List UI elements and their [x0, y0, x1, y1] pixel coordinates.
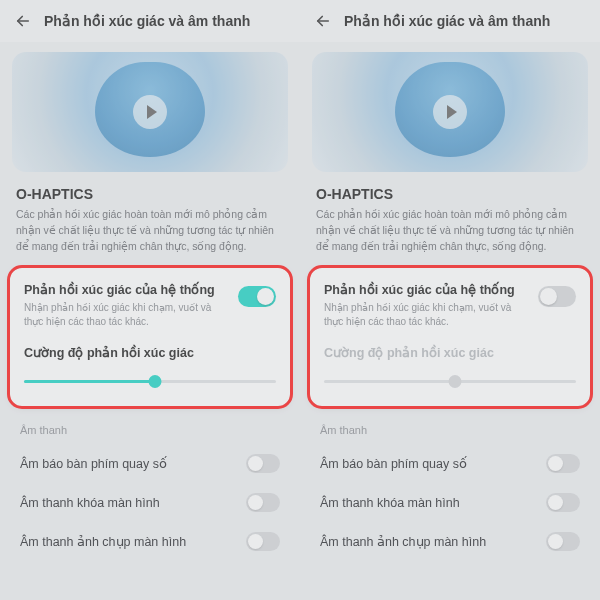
item-label: Âm thanh khóa màn hình — [20, 496, 160, 510]
list-item[interactable]: Âm thanh khóa màn hình — [0, 483, 300, 522]
list-item[interactable]: Âm báo bàn phím quay số — [300, 444, 600, 483]
system-haptic-toggle[interactable] — [238, 286, 276, 307]
brand-section: O-HAPTICS Các phản hồi xúc giác hoàn toà… — [300, 186, 600, 268]
back-icon[interactable] — [314, 12, 332, 30]
brand-description: Các phản hồi xúc giác hoàn toàn mới mô p… — [16, 207, 284, 254]
item-label: Âm thanh ảnh chụp màn hình — [20, 534, 186, 549]
list-item[interactable]: Âm thanh ảnh chụp màn hình — [300, 522, 600, 561]
system-haptic-title: Phản hồi xúc giác của hệ thống — [24, 282, 230, 297]
sound-section-header: Âm thanh — [0, 420, 300, 444]
item-label: Âm báo bàn phím quay số — [20, 456, 167, 471]
hero-video[interactable] — [12, 52, 288, 172]
item-toggle[interactable] — [546, 493, 580, 512]
system-haptic-card: Phản hồi xúc giác của hệ thống Nhận phản… — [310, 268, 590, 406]
system-haptic-card: Phản hồi xúc giác của hệ thống Nhận phản… — [10, 268, 290, 406]
header: Phản hồi xúc giác và âm thanh — [300, 0, 600, 42]
play-icon[interactable] — [133, 95, 167, 129]
item-label: Âm thanh khóa màn hình — [320, 496, 460, 510]
item-label: Âm báo bàn phím quay số — [320, 456, 467, 471]
sound-section-header: Âm thanh — [300, 420, 600, 444]
item-label: Âm thanh ảnh chụp màn hình — [320, 534, 486, 549]
system-haptic-title: Phản hồi xúc giác của hệ thống — [324, 282, 530, 297]
page-title: Phản hồi xúc giác và âm thanh — [344, 13, 550, 29]
intensity-slider[interactable] — [24, 374, 276, 388]
system-haptic-toggle[interactable] — [538, 286, 576, 307]
item-toggle[interactable] — [546, 454, 580, 473]
item-toggle[interactable] — [546, 532, 580, 551]
list-item[interactable]: Âm thanh ảnh chụp màn hình — [0, 522, 300, 561]
brand-section: O-HAPTICS Các phản hồi xúc giác hoàn toà… — [0, 186, 300, 268]
system-haptic-sub: Nhận phản hồi xúc giác khi chạm, vuốt và… — [324, 301, 530, 329]
system-haptic-sub: Nhận phản hồi xúc giác khi chạm, vuốt và… — [24, 301, 230, 329]
right-screen: Phản hồi xúc giác và âm thanh O-HAPTICS … — [300, 0, 600, 600]
play-icon[interactable] — [433, 95, 467, 129]
left-screen: Phản hồi xúc giác và âm thanh O-HAPTICS … — [0, 0, 300, 600]
page-title: Phản hồi xúc giác và âm thanh — [44, 13, 250, 29]
intensity-label: Cường độ phản hồi xúc giác — [24, 345, 276, 360]
item-toggle[interactable] — [246, 454, 280, 473]
back-icon[interactable] — [14, 12, 32, 30]
header: Phản hồi xúc giác và âm thanh — [0, 0, 300, 42]
brand-title: O-HAPTICS — [16, 186, 284, 202]
item-toggle[interactable] — [246, 493, 280, 512]
list-item[interactable]: Âm báo bàn phím quay số — [0, 444, 300, 483]
item-toggle[interactable] — [246, 532, 280, 551]
intensity-label: Cường độ phản hồi xúc giác — [324, 345, 576, 360]
hero-video[interactable] — [312, 52, 588, 172]
intensity-slider — [324, 374, 576, 388]
brand-description: Các phản hồi xúc giác hoàn toàn mới mô p… — [316, 207, 584, 254]
list-item[interactable]: Âm thanh khóa màn hình — [300, 483, 600, 522]
brand-title: O-HAPTICS — [316, 186, 584, 202]
